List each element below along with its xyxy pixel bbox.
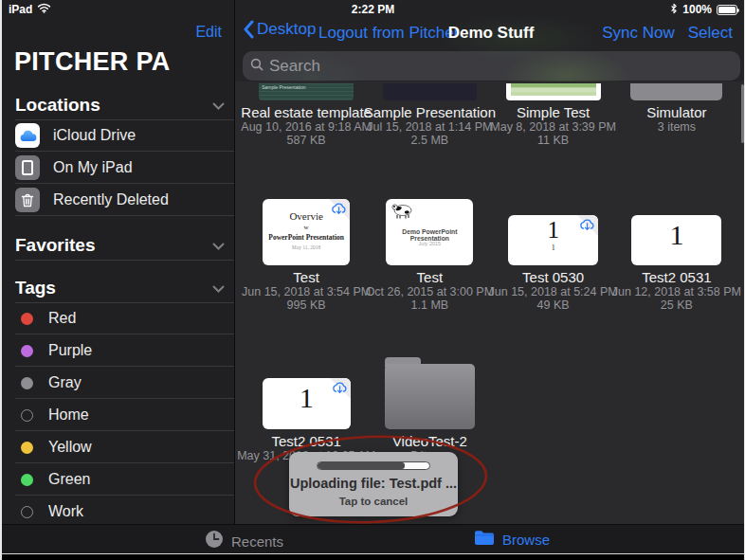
sidebar-tag-label: Yellow xyxy=(48,439,92,456)
file-name: VideoTest-2 xyxy=(392,434,467,449)
file-item-simulator[interactable]: Simulator3 items xyxy=(615,83,738,147)
file-size: 995 KB xyxy=(287,298,326,312)
back-button[interactable]: Desktop xyxy=(243,20,316,39)
file-thumbnail: 1 xyxy=(263,355,351,429)
file-item-sample-presentation[interactable]: Sample PresentationJul 15, 2018 at 1:14 … xyxy=(368,83,491,147)
file-grid-row: Sample PresentationReal estate templateA… xyxy=(245,83,738,147)
file-thumbnail xyxy=(383,83,477,100)
favorites-header-label: Favorites xyxy=(15,235,95,256)
file-size: 587 KB xyxy=(287,134,326,147)
thumb-text-line: 1 xyxy=(631,219,721,251)
sidebar-item-on-my-ipad[interactable]: On My iPad xyxy=(2,152,234,184)
upload-toast[interactable]: Uploading file: Test.pdf ... Tap to canc… xyxy=(289,452,458,516)
tag-color-dot xyxy=(21,409,33,422)
thumb-folder-dark xyxy=(385,357,475,429)
thumb-ppt-cow: Demo PowerPoint PresentationJuly 2015 xyxy=(386,199,473,265)
thumb-teal-presentation: Sample Presentation xyxy=(259,83,354,100)
chevron-left-icon xyxy=(243,20,254,39)
sidebar-item-label: Recently Deleted xyxy=(53,191,169,208)
battery-icon xyxy=(717,5,737,15)
sidebar-item-recently-deleted[interactable]: Recently Deleted xyxy=(2,184,234,216)
file-date: Jun 15, 2018 at 3:54 PM xyxy=(242,285,371,298)
main-content: Sample PresentationReal estate templateA… xyxy=(234,0,745,524)
sidebar: Edit PITCHER PA Locations iCloud DriveOn… xyxy=(2,0,234,524)
folder-icon xyxy=(474,530,495,550)
file-thumbnail: OverviewPowerPoint PresentationMay 11, 2… xyxy=(263,194,350,265)
wifi-icon xyxy=(37,3,51,16)
file-thumbnail: Sample Presentation xyxy=(259,83,354,100)
file-item-test-0530[interactable]: 11Test 0530Jun 15, 2018 at 5:24 PM49 KB xyxy=(492,194,615,312)
search-bar[interactable] xyxy=(243,51,740,81)
trash-icon xyxy=(15,188,40,212)
file-name: Sample Presentation xyxy=(364,105,496,120)
favorites-section-header[interactable]: Favorites xyxy=(15,231,225,260)
cow-image xyxy=(391,203,413,219)
file-item-test[interactable]: OverviewPowerPoint PresentationMay 11, 2… xyxy=(245,194,368,312)
file-item-real-estate-template[interactable]: Sample PresentationReal estate templateA… xyxy=(245,83,368,147)
back-button-label: Desktop xyxy=(257,20,316,39)
file-item-videotest-2[interactable]: VideoTest-25 items xyxy=(368,355,491,462)
thumb-text-line: Demo PowerPoint Presentation xyxy=(386,228,473,242)
thumb-doc-one: 1 xyxy=(631,215,721,265)
file-item-simple-test[interactable]: Simple TestMay 8, 2018 at 3:39 PM11 KB xyxy=(492,83,615,147)
sidebar-tag-work[interactable]: Work xyxy=(2,496,234,528)
tab-recents[interactable]: Recents xyxy=(205,530,283,552)
thumb-doc-one-sub: 11 xyxy=(508,215,598,265)
sidebar-tag-gray[interactable]: Gray xyxy=(2,367,234,399)
file-thumbnail: Demo PowerPoint PresentationJuly 2015 xyxy=(386,194,473,265)
edit-button[interactable]: Edit xyxy=(195,24,222,41)
file-date: May 8, 2018 at 3:39 PM xyxy=(490,120,616,134)
logout-button[interactable]: Logout from Pitcher xyxy=(318,24,459,43)
file-item-test[interactable]: Demo PowerPoint PresentationJuly 2015Tes… xyxy=(368,194,491,312)
sidebar-tag-green[interactable]: Green xyxy=(2,463,234,496)
file-thumbnail: 1 xyxy=(631,194,721,265)
chevron-down-icon xyxy=(212,97,225,114)
select-button[interactable]: Select xyxy=(688,24,733,43)
sidebar-tag-home[interactable]: Home xyxy=(2,399,234,431)
thumb-navy-presentation xyxy=(383,83,477,100)
file-name: Test xyxy=(293,270,319,285)
scrollbar[interactable] xyxy=(741,84,744,143)
tag-color-dot xyxy=(21,474,33,486)
tags-section-header[interactable]: Tags xyxy=(15,274,225,302)
sidebar-tag-red[interactable]: Red xyxy=(2,302,234,334)
sidebar-tag-label: Purple xyxy=(48,342,92,359)
file-name: Real estate template xyxy=(241,105,372,120)
sidebar-tag-label: Green xyxy=(48,471,90,488)
sidebar-tag-purple[interactable]: Purple xyxy=(2,334,234,367)
locations-section-header[interactable]: Locations xyxy=(15,91,225,119)
tags-header-label: Tags xyxy=(15,278,56,298)
thumb-text-line: PowerPoint Presentation xyxy=(263,233,350,242)
file-size: 25 KB xyxy=(661,298,693,312)
tab-browse-label: Browse xyxy=(502,532,550,548)
file-item-test2-0531[interactable]: 1Test2 0531May 31, 2018 at 10:25 AM xyxy=(245,355,368,462)
bluetooth-icon xyxy=(670,3,678,17)
file-item-test2-0531[interactable]: 1Test2 0531Jun 12, 2018 at 3:58 PM25 KB xyxy=(615,194,738,312)
tags-list: RedPurpleGrayHomeYellowGreenWork xyxy=(2,302,234,528)
file-thumbnail: 11 xyxy=(508,194,598,265)
navigation-bar: Desktop Logout from Pitcher Demo Stuff S… xyxy=(235,20,745,46)
page-title: Demo Stuff xyxy=(448,24,535,43)
chevron-down-icon xyxy=(212,237,225,254)
file-name: Test2 0531 xyxy=(271,434,340,449)
sidebar-item-icloud-drive[interactable]: iCloud Drive xyxy=(2,119,234,152)
divider xyxy=(15,260,234,261)
thumb-ppt-overview: OverviewPowerPoint PresentationMay 11, 2… xyxy=(263,199,350,265)
file-name: Simple Test xyxy=(517,105,590,120)
thumb-text-line: July 2015 xyxy=(386,241,473,246)
sync-now-button[interactable]: Sync Now xyxy=(602,24,675,43)
thumb-folder xyxy=(630,83,722,100)
search-input[interactable] xyxy=(269,57,733,76)
file-name: Test2 0531 xyxy=(642,270,711,285)
sidebar-tag-label: Home xyxy=(48,406,89,424)
tag-color-dot xyxy=(21,506,33,518)
locations-list: iCloud DriveOn My iPadRecently Deleted xyxy=(2,119,234,216)
sidebar-tag-label: Work xyxy=(48,503,83,520)
file-size: 49 KB xyxy=(537,298,570,312)
file-name: Test xyxy=(417,270,444,285)
file-size: 1.1 MB xyxy=(411,298,449,312)
sidebar-tag-yellow[interactable]: Yellow xyxy=(2,431,234,463)
file-date: 3 items xyxy=(658,120,696,134)
tab-browse[interactable]: Browse xyxy=(474,530,550,550)
thumb-doc-one: 1 xyxy=(263,378,351,429)
